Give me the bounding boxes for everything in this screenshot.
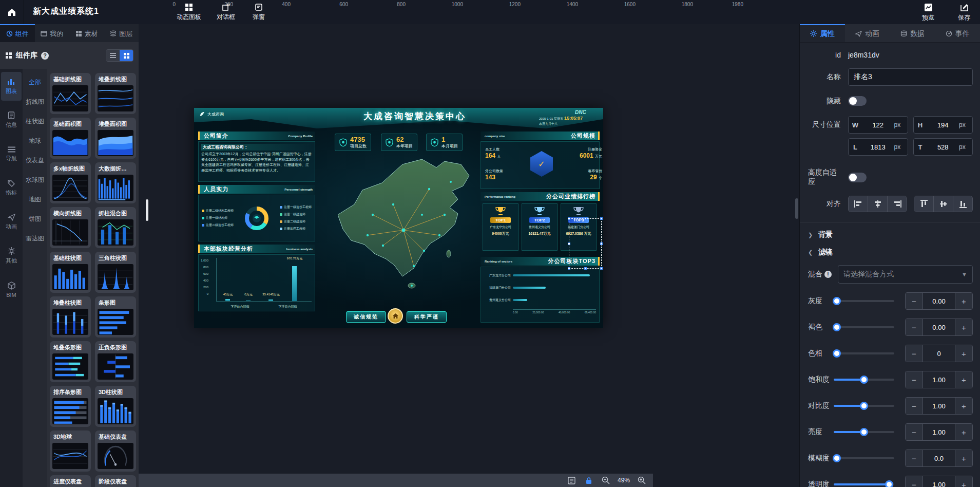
rail-item-bim[interactable]: BIM	[1, 275, 22, 304]
component-card[interactable]: 3D地球	[50, 430, 91, 472]
category-all[interactable]: 全部	[29, 78, 41, 87]
slider-handle[interactable]	[833, 323, 841, 331]
component-card[interactable]: 正负条形图	[95, 341, 136, 382]
zoom-in-button[interactable]	[637, 475, 647, 485]
sepia-slider[interactable]	[834, 326, 894, 328]
category-liquid[interactable]: 水球图	[26, 176, 44, 184]
filter-section-header[interactable]: ❮ 滤镜	[800, 248, 980, 257]
tab-properties[interactable]: 属性	[800, 24, 845, 42]
preview-button[interactable]: 预览	[912, 2, 945, 23]
decrement-button[interactable]: −	[906, 319, 923, 335]
component-card[interactable]: 堆叠柱状图	[50, 296, 91, 338]
decrement-button[interactable]: −	[906, 345, 923, 362]
increment-button[interactable]: +	[955, 293, 972, 309]
rail-item-charts[interactable]: 图表	[1, 72, 22, 101]
slider-handle[interactable]	[860, 428, 868, 436]
align-left-button[interactable]	[849, 196, 868, 212]
component-card[interactable]: 大数据折…	[95, 162, 136, 203]
component-card[interactable]: 基础面积图	[50, 118, 91, 159]
component-card[interactable]: 堆叠条形图	[50, 341, 91, 382]
decrement-button[interactable]: −	[906, 398, 923, 414]
slider-handle[interactable]	[833, 349, 841, 358]
blend-mode-select[interactable]: 请选择混合方式 ▼	[838, 265, 973, 284]
canvas-scrollbar-right[interactable]	[795, 198, 798, 219]
component-card[interactable]: 排序条形图	[50, 386, 91, 427]
align-center-h-button[interactable]	[868, 196, 888, 212]
decrement-button[interactable]: −	[906, 476, 923, 487]
rail-item-other[interactable]: 其他	[1, 241, 22, 270]
tab-mine[interactable]: 我的	[35, 24, 70, 42]
tab-data[interactable]: 数据	[890, 24, 935, 42]
width-input[interactable]: W122px	[848, 116, 908, 134]
align-top-button[interactable]	[914, 196, 934, 212]
zoom-level[interactable]: 49%	[618, 477, 630, 484]
left-input[interactable]: L1813px	[848, 138, 908, 156]
increment-button[interactable]: +	[955, 450, 972, 466]
opacity-slider[interactable]	[834, 483, 894, 485]
decrement-button[interactable]: −	[906, 424, 923, 440]
increment-button[interactable]: +	[955, 424, 972, 440]
list-view-button[interactable]	[106, 50, 120, 61]
component-card[interactable]: 阶段仪表盘	[95, 475, 136, 487]
slider-handle[interactable]	[833, 454, 841, 462]
category-pie[interactable]: 饼图	[29, 215, 41, 223]
grid-view-button[interactable]	[120, 50, 133, 61]
height-input[interactable]: H194px	[913, 116, 973, 134]
tab-events[interactable]: 事件	[935, 24, 980, 42]
slider-handle[interactable]	[833, 297, 841, 305]
slider-handle[interactable]	[860, 402, 868, 410]
component-card[interactable]: 基础仪表盘	[95, 430, 136, 472]
component-card[interactable]: 折柱混合图	[95, 207, 136, 248]
hide-toggle[interactable]	[848, 96, 867, 106]
category-globe[interactable]: 地球	[29, 137, 41, 145]
canvas-scrollbar-left[interactable]	[146, 199, 148, 221]
selected-component-outline[interactable]	[569, 218, 602, 269]
rail-item-metric[interactable]: 指标	[1, 174, 22, 202]
autoheight-toggle[interactable]	[848, 173, 867, 182]
grayscale-slider[interactable]	[834, 300, 894, 302]
design-canvas[interactable]: 大成咨询 大成咨询智慧决策中心 DNC 2025-1-01 星期五15:05:0…	[139, 24, 799, 487]
category-radar[interactable]: 雷达图	[26, 234, 44, 243]
brightness-slider[interactable]	[834, 431, 894, 433]
align-right-button[interactable]	[888, 196, 907, 212]
rail-item-animation[interactable]: 动画	[1, 208, 22, 236]
tab-materials[interactable]: 素材	[69, 24, 104, 42]
align-middle-v-button[interactable]	[934, 196, 953, 212]
component-card[interactable]: 基础折线图	[50, 73, 91, 114]
contrast-slider[interactable]	[834, 405, 894, 407]
component-card[interactable]: 横向折线图	[50, 207, 91, 248]
rail-item-info[interactable]: 信息	[1, 106, 22, 135]
component-card[interactable]: 3D柱状图	[95, 386, 136, 427]
decrement-button[interactable]: −	[906, 450, 923, 466]
help-icon[interactable]: ?	[41, 52, 49, 60]
lock-button[interactable]	[584, 475, 594, 485]
tab-animation[interactable]: 动画	[845, 24, 890, 42]
category-map[interactable]: 地图	[29, 195, 41, 204]
component-card[interactable]: 基础柱状图	[50, 252, 91, 293]
dynamic-panel-button[interactable]: 动态面板	[172, 2, 205, 23]
category-gauge[interactable]: 仪表盘	[26, 156, 44, 165]
decrement-button[interactable]: −	[906, 293, 923, 309]
category-bar[interactable]: 柱状图	[26, 117, 44, 126]
top-input[interactable]: T528px	[913, 138, 973, 156]
increment-button[interactable]: +	[955, 476, 972, 487]
home-button[interactable]	[0, 0, 24, 24]
tab-layers[interactable]: 图层	[104, 24, 139, 42]
save-button[interactable]: 保存	[948, 2, 980, 23]
align-bottom-button[interactable]	[953, 196, 972, 212]
outline-list-button[interactable]	[567, 475, 577, 485]
slider-handle[interactable]	[860, 376, 868, 384]
saturation-slider[interactable]	[834, 379, 894, 381]
component-card[interactable]: 三角柱状图	[95, 252, 136, 293]
component-card[interactable]: 堆叠折线图	[95, 73, 136, 114]
zoom-out-button[interactable]	[601, 475, 611, 485]
component-card[interactable]: 条形图	[95, 296, 136, 338]
component-card[interactable]: 多x轴折线图	[50, 162, 91, 203]
blur-slider[interactable]	[834, 457, 894, 459]
decrement-button[interactable]: −	[906, 371, 923, 388]
increment-button[interactable]: +	[955, 319, 972, 335]
increment-button[interactable]: +	[955, 345, 972, 362]
category-line[interactable]: 折线图	[26, 98, 44, 106]
component-card[interactable]: 堆叠面积图	[95, 118, 136, 159]
name-input[interactable]	[848, 68, 973, 86]
